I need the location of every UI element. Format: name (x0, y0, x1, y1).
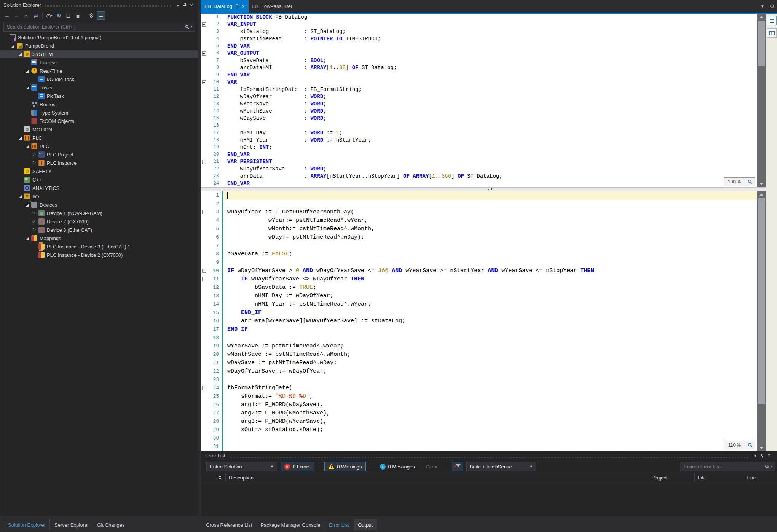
bottom-tab-server-explorer[interactable]: Server Explorer (51, 519, 93, 530)
properties-icon[interactable] (73, 11, 82, 20)
forward-icon[interactable] (12, 11, 21, 20)
code-text[interactable]: nHMI_Year : WORD := nStartYear; (222, 137, 757, 144)
tree-item-mappings[interactable]: Mappings (0, 234, 198, 242)
tree-item-plc-instance-device-3-ethercat-1[interactable]: PLC Instance - Device 3 (EtherCAT) 1 (0, 242, 198, 251)
code-line[interactable]: 28 arg3:= F_WORD(wYearSave), (201, 417, 757, 426)
code-line[interactable]: 7 bSaveData : BOOL; (201, 57, 757, 64)
severity-column[interactable] (201, 473, 214, 482)
code-text[interactable]: nHMI_Day := wDayOfYear; (222, 292, 757, 300)
zoom-level[interactable]: 110 % (724, 441, 745, 449)
fold-marker-icon[interactable] (201, 275, 208, 284)
code-line[interactable]: 12 bSaveData := TRUE; (201, 284, 757, 292)
code-line[interactable]: 23 arrData : ARRAY[nStartYear..nStopYear… (201, 173, 757, 180)
code-text[interactable] (222, 434, 757, 443)
code-line[interactable]: 13 wYearSave : WORD; (201, 100, 757, 108)
pin-icon[interactable] (235, 3, 239, 9)
close-icon[interactable]: × (242, 4, 245, 9)
code-text[interactable]: wYearSave : WORD; (222, 100, 757, 108)
search-icon[interactable] (185, 25, 190, 29)
code-text[interactable]: wMonthSave : WORD; (222, 108, 757, 115)
code-text[interactable]: bSaveData := FALSE; (222, 250, 757, 258)
search-icon[interactable] (765, 464, 770, 469)
grip-column[interactable] (214, 473, 226, 482)
chevron-down-icon[interactable]: ▼ (761, 4, 764, 8)
code-line[interactable]: 22wDayOfYearSave := wDayOfYear; (201, 367, 757, 376)
code-text[interactable]: arrData : ARRAY[nStartYear..nStopYear] O… (222, 173, 757, 180)
code-text[interactable]: IF wDayOfYearSave > 0 AND wDayOfYearSave… (222, 267, 757, 275)
code-text[interactable]: FUNCTION_BLOCK FB_DataLog (222, 14, 757, 21)
splitter-arrows-icon[interactable]: ▲▼ (487, 188, 494, 190)
code-line[interactable]: 4 wYear:= pstNtTimeRead^.wYear, (201, 217, 757, 225)
code-text[interactable]: bSaveData := TRUE; (222, 284, 757, 292)
tree-item-pumpebrond[interactable]: PumpeBrond (0, 41, 198, 50)
close-icon[interactable]: × (188, 2, 195, 9)
code-line[interactable]: 18 nHMI_Year : WORD := nStartYear; (201, 137, 757, 144)
sync-with-active-document-icon[interactable] (31, 11, 40, 20)
code-text[interactable]: wMonth:= pstNtTimeRead^.wMonth, (222, 225, 757, 233)
edit-project-icon[interactable] (87, 11, 96, 20)
pin-icon[interactable] (759, 452, 766, 459)
code-text[interactable]: bSaveData : BOOL; (222, 57, 757, 64)
tree-item-device-2-cx7000[interactable]: Device 2 (CX7000) (0, 217, 198, 226)
bottom-tab-output[interactable]: Output (354, 519, 377, 530)
code-text[interactable]: stDataLog : ST_DataLog; (222, 28, 757, 35)
code-text[interactable]: VAR (222, 79, 757, 86)
tabular-view-button[interactable] (767, 28, 777, 38)
code-line[interactable]: 19wYearSave := pstNtTimeRead^.wYear; (201, 342, 757, 350)
code-text[interactable] (222, 334, 757, 342)
code-text[interactable]: pstNtTimeRead : POINTER TO TIMESTRUCT; (222, 35, 757, 43)
declaration-scrollbar[interactable] (757, 14, 766, 187)
code-line[interactable]: 6 wDay:= pstNtTimeRead^.wDay); (201, 233, 757, 242)
code-line[interactable]: 14 nHMI_Year := pstNtTimeRead^.wYear; (201, 300, 757, 309)
code-text[interactable]: IF wDayOfYearSave <> wDayOfYear THEN (222, 275, 757, 284)
expander-icon[interactable] (10, 43, 16, 49)
expander-icon[interactable] (32, 151, 38, 158)
messages-filter-button[interactable]: 0 Messages (376, 462, 419, 471)
textual-view-button[interactable] (767, 16, 777, 25)
code-text[interactable]: arg3:= F_WORD(wYearSave), (222, 417, 757, 426)
column-project[interactable]: Project (649, 473, 695, 482)
code-line[interactable]: 3wDayOfYear := F_GetDOYOfYearMonthDay( (201, 208, 757, 217)
clear-button[interactable]: Clear (422, 462, 442, 471)
scope-selector[interactable]: Entire Solution ▼ (206, 462, 277, 471)
code-line[interactable]: 25 sFormat:= '%D-%D-%D', (201, 392, 757, 401)
code-line[interactable]: 12 wDayOfYear : WORD; (201, 93, 757, 100)
code-text[interactable] (222, 122, 757, 129)
code-text[interactable]: END_IF (222, 325, 757, 334)
code-text[interactable]: END_VAR (222, 43, 757, 50)
code-line[interactable]: 4 pstNtTimeRead : POINTER TO TIMESTRUCT; (201, 35, 757, 43)
search-box[interactable]: ▾ (3, 22, 195, 32)
code-text[interactable]: wDaySave : WORD; (222, 115, 757, 122)
code-line[interactable]: 8 arrDataHMI : ARRAY[1..30] OF ST_DataLo… (201, 64, 757, 72)
bottom-tab-solution-explorer[interactable]: Solution Explorer (4, 519, 50, 530)
back-icon[interactable] (3, 11, 11, 20)
expander-icon[interactable] (32, 210, 38, 216)
code-line[interactable]: 17END_IF (201, 325, 757, 334)
tree-item-plc-instance-device-2-cx7000[interactable]: PLC Instance - Device 2 (CX7000) (0, 251, 198, 259)
clear-filters-button[interactable] (452, 462, 463, 471)
zoom-level[interactable]: 100 % (724, 178, 745, 186)
code-text[interactable]: VAR_OUTPUT (222, 50, 757, 57)
fold-marker-icon[interactable] (201, 208, 208, 217)
fold-marker-icon[interactable] (201, 158, 208, 166)
code-text[interactable] (222, 242, 757, 250)
tree-item-plc[interactable]: PLC (0, 142, 198, 150)
code-text[interactable] (222, 200, 757, 208)
fold-marker-icon[interactable] (201, 79, 208, 86)
search-input[interactable] (6, 24, 185, 30)
fold-marker-icon[interactable] (201, 267, 208, 275)
code-line[interactable]: 11 IF wDayOfYearSave <> wDayOfYear THEN (201, 275, 757, 284)
tree-item-routes[interactable]: Routes (0, 100, 198, 108)
scroll-down-icon[interactable] (757, 181, 766, 187)
column-line[interactable]: Line (743, 473, 771, 482)
fold-marker-icon[interactable] (201, 50, 208, 57)
code-text[interactable]: arrDataHMI : ARRAY[1..30] OF ST_DataLog; (222, 64, 757, 72)
column-description[interactable]: Description (226, 473, 649, 482)
code-line[interactable]: 24END_VAR (201, 180, 757, 187)
refresh-icon[interactable] (54, 11, 63, 20)
warnings-filter-button[interactable]: 0 Warnings (324, 462, 365, 471)
code-line[interactable]: 20END_VAR (201, 151, 757, 158)
code-line[interactable]: 31 (201, 443, 757, 451)
implementation-zoom-control[interactable]: 110 % (724, 441, 755, 449)
code-line[interactable]: 16 arrData[wYearSave][wDayOfYearSave] :=… (201, 317, 757, 325)
